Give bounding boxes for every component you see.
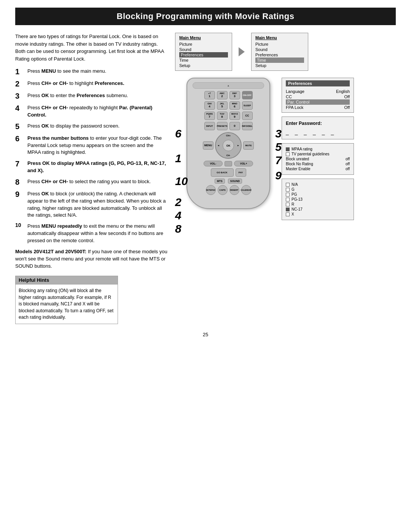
btn-caps[interactable]: CAPS bbox=[218, 185, 228, 195]
btn-mts[interactable]: MTS bbox=[215, 179, 225, 184]
nav-cluster: CH+ CH- ◄ ► OK bbox=[215, 132, 242, 159]
prefs-language-row: Language English bbox=[286, 89, 350, 94]
helpful-hints-box: Helpful Hints Blocking any rating (ON) w… bbox=[15, 276, 118, 324]
step-3: 3 Press OK to enter the Preferences subm… bbox=[15, 92, 167, 101]
step-2: 2 Press CH+ or CH- to highlight Preferen… bbox=[15, 80, 167, 88]
step-9: 9 Press OK to block (or unblock) the rat… bbox=[15, 190, 167, 219]
btn-0[interactable]: 0 bbox=[229, 122, 240, 130]
main-menu-2-title: Main Menu bbox=[255, 35, 304, 40]
vol-minus[interactable]: VOL- bbox=[204, 161, 223, 166]
prefs-language-label: Language bbox=[286, 89, 304, 94]
prefs-parcontrol-label: Par. Control bbox=[287, 100, 309, 104]
btn-5[interactable]: JKL 5 bbox=[217, 101, 228, 110]
rating-nc17: NC-17 bbox=[286, 207, 350, 212]
btn-8[interactable]: TUV 8 bbox=[217, 112, 228, 120]
remote-row-3: PQRS 7 TUV 8 WXYZ 9 CC bbox=[193, 112, 264, 120]
btn-presets[interactable]: PRESETS bbox=[217, 122, 228, 130]
ch-plus-label: CH+ bbox=[226, 134, 231, 137]
block-unrated-row: Block unrated off bbox=[286, 157, 350, 161]
btn-pay[interactable]: PAY bbox=[236, 168, 246, 177]
step-text-8: Press CH+ or CH- to select the rating yo… bbox=[27, 178, 167, 185]
btn-sound[interactable]: SOUND bbox=[228, 179, 242, 184]
step-4: 4 Press CH+ or CH- repeatedly to highlig… bbox=[15, 104, 167, 119]
menu-item-setup-1: Setup bbox=[179, 63, 228, 68]
mpaa-rating-option: MPAA rating bbox=[286, 147, 350, 152]
preferences-screen: Preferences Language English CC Off Par.… bbox=[282, 78, 354, 113]
remote-nav-row: MENU CH+ CH- ◄ ► OK MUTE bbox=[193, 132, 264, 159]
step-6: 6 Press the number buttons to enter your… bbox=[15, 135, 167, 157]
master-enable-value: off bbox=[346, 167, 350, 171]
btn-input[interactable]: INPUT bbox=[204, 122, 215, 130]
step-number-5: 5 bbox=[15, 122, 26, 131]
rating-r-check bbox=[286, 203, 290, 206]
menu-item-picture-2: Picture bbox=[255, 42, 304, 47]
rating-pg-check bbox=[286, 193, 290, 197]
btn-insert[interactable]: INSERT bbox=[229, 185, 239, 195]
step-5: 5 Press OK to display the password scree… bbox=[15, 123, 167, 131]
btn-notepad[interactable]: NOTEPAD bbox=[206, 185, 216, 195]
btn-9[interactable]: WXYZ 9 bbox=[229, 112, 240, 120]
btn-mute[interactable]: MUTE bbox=[243, 141, 254, 150]
btn-info[interactable]: INFO/DEL bbox=[242, 122, 253, 130]
menu-item-sound-1: Sound bbox=[179, 47, 228, 52]
menu-item-preferences-1: Preferences bbox=[179, 52, 228, 58]
step-overlay-8: 8 bbox=[175, 222, 182, 235]
helpful-hints-title: Helpful Hints bbox=[16, 276, 118, 284]
center-indicator bbox=[225, 161, 232, 166]
step-overlay-3: 3 bbox=[275, 127, 282, 140]
rating-pg13-label: PG-13 bbox=[292, 197, 303, 201]
step-text-1: Press MENU to see the main menu. bbox=[27, 68, 167, 75]
vol-minus-label: ◄ bbox=[217, 144, 220, 147]
right-nav-btns: MUTE bbox=[243, 141, 254, 150]
rating-na-check bbox=[286, 183, 290, 187]
step-number-3: 3 bbox=[15, 91, 26, 101]
vol-plus[interactable]: VOL+ bbox=[234, 161, 253, 166]
step-number-9: 9 bbox=[15, 190, 26, 199]
step-text-10: Press MENU repeatedly to exit the menu o… bbox=[27, 223, 167, 244]
prefs-fpalock-row: FPA Lock Off bbox=[286, 105, 350, 110]
step-overlay-9: 9 bbox=[275, 169, 282, 182]
remote-row-4: INPUT PRESETS 0 INFO/DEL bbox=[193, 122, 264, 130]
rating-r-label: R bbox=[292, 202, 294, 206]
btn-sleep[interactable]: SLEEP bbox=[242, 101, 253, 110]
btn-1[interactable]: +7 1 bbox=[204, 91, 215, 99]
remote-panels-row: 6 1 10 2 4 8 3 5 7 9 ▲ bbox=[175, 78, 354, 220]
btn-go-back[interactable]: GO BACK bbox=[211, 168, 234, 177]
mts-sound-row: MTS SOUND bbox=[193, 179, 264, 184]
steps-list: 1 Press MENU to see the main menu. 2 Pre… bbox=[15, 68, 167, 244]
block-no-rating-label: Block No Rating bbox=[286, 162, 313, 166]
step-number-10: 10 bbox=[15, 222, 26, 228]
remote-top-section: ▲ bbox=[193, 82, 264, 89]
btn-7[interactable]: PQRS 7 bbox=[204, 112, 215, 120]
btn-cc[interactable]: CC bbox=[242, 112, 253, 120]
btn-menu[interactable]: MENU bbox=[203, 141, 213, 150]
rating-pg-label: PG bbox=[292, 192, 297, 197]
ch-minus-label: CH- bbox=[226, 154, 231, 157]
block-unrated-value: off bbox=[346, 157, 350, 161]
btn-3[interactable]: DEF 3 bbox=[229, 91, 240, 99]
btn-2[interactable]: ABC 2 bbox=[217, 91, 228, 99]
rating-r: R bbox=[286, 202, 350, 207]
block-no-rating-row: Block No Rating off bbox=[286, 161, 350, 166]
vol-plus-label: ► bbox=[237, 144, 239, 147]
btn-calendar[interactable]: CALENDAR bbox=[241, 185, 251, 195]
right-column: Main Menu Picture Sound Preferences Time… bbox=[175, 33, 354, 324]
step-number-7: 7 bbox=[15, 159, 26, 168]
remote-row-1: +7 1 ABC 2 DEF 3 ON-OFF bbox=[193, 91, 264, 99]
remote-graphic: 6 1 10 2 4 8 3 5 7 9 ▲ bbox=[175, 78, 282, 220]
intro-text: There are two types of ratings for Paren… bbox=[15, 33, 167, 62]
btn-6[interactable]: MNO 6 bbox=[229, 101, 240, 110]
btn-onoff[interactable]: ON-OFF bbox=[242, 91, 253, 99]
btn-4[interactable]: GHI 4 bbox=[204, 101, 215, 110]
mpaa-radio bbox=[286, 147, 290, 151]
menu-item-time-2: Time bbox=[255, 58, 304, 63]
mpaa-ratings-list: N/A G PG PG-13 bbox=[282, 179, 354, 220]
step-overlay-2: 2 bbox=[175, 196, 182, 209]
btn-ok[interactable]: OK bbox=[223, 140, 234, 151]
step-overlay-4: 4 bbox=[175, 209, 182, 222]
step-7: 7 Press OK to display MPAA ratings (G, P… bbox=[15, 160, 167, 174]
tv-radio bbox=[286, 152, 290, 156]
step-overlay-1: 1 bbox=[175, 152, 182, 165]
tv-label: TV parental guidelines bbox=[292, 152, 330, 156]
step-number-4: 4 bbox=[15, 104, 26, 113]
